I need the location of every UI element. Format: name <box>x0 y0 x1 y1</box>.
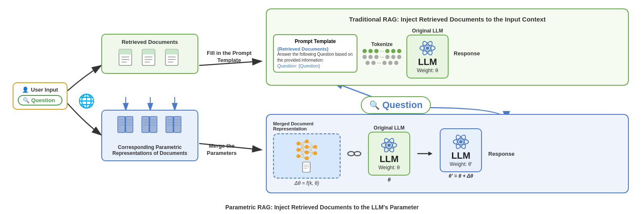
llm-box-bottom: LLM Weight: θ <box>368 132 410 176</box>
person-icon: 👤 <box>22 87 29 93</box>
svg-point-68 <box>305 145 308 149</box>
atom-icon-top <box>419 40 436 57</box>
parametric-rag-container: Merged Document Representation <box>266 114 629 193</box>
token-row-1 <box>363 49 401 53</box>
llm-label-bottom: LLM <box>379 154 398 165</box>
token-dot <box>391 49 395 53</box>
llm-weight-top: Weight: θ <box>417 68 438 73</box>
svg-rect-33 <box>118 116 125 133</box>
svg-line-80 <box>300 152 305 156</box>
llm-label-top: LLM <box>418 57 437 68</box>
tokenize-area: Tokenize <box>363 41 401 65</box>
prompt-retrieved: {Retrieved Documents} <box>277 46 353 51</box>
llm-modified-area: LLM Weight: θ' θ' = θ + Δθ <box>440 128 482 179</box>
traditional-rag-title: Traditional RAG: Inject Retrieved Docume… <box>273 16 622 23</box>
retrieved-docs-label: Retrieved Documents <box>106 39 193 45</box>
prompt-question: Question: {Question} <box>277 63 353 68</box>
llm-weight-bottom: Weight: θ <box>379 165 400 171</box>
svg-point-100 <box>459 140 463 144</box>
small-doc-icon <box>302 162 311 173</box>
question-large-badge: 🔍 Question <box>361 96 431 114</box>
neural-net-icon <box>294 138 319 162</box>
token-dot-gray <box>385 55 390 59</box>
svg-rect-51 <box>166 116 173 133</box>
svg-line-76 <box>300 141 305 150</box>
diagram-container: 👤 User Input 🔍 Question 🌐 Retrieved Docu… <box>0 0 644 214</box>
svg-rect-19 <box>119 49 132 54</box>
svg-point-70 <box>305 157 308 160</box>
token-dot <box>374 49 379 53</box>
token-dot-gray <box>397 55 401 59</box>
svg-point-72 <box>314 152 317 155</box>
response-label-bottom: Response <box>488 151 514 157</box>
token-dot-gray <box>365 61 370 65</box>
token-dot-gray <box>371 61 376 65</box>
svg-point-92 <box>348 152 354 156</box>
svg-rect-42 <box>142 116 149 133</box>
right-arrow-bottom <box>417 147 433 160</box>
tokenize-label: Tokenize <box>371 41 392 47</box>
svg-rect-43 <box>150 116 157 133</box>
token-dot-gray <box>363 55 367 59</box>
original-llm-bottom-label: Original LLM <box>373 125 404 131</box>
response-label-top: Response <box>454 50 480 57</box>
atom-icon-bottom <box>381 137 398 154</box>
retrieved-docs-box: Retrieved Documents <box>101 34 198 74</box>
token-row-2 <box>363 55 401 59</box>
svg-rect-88 <box>303 162 310 172</box>
original-llm-bottom-area: Original LLM LLM Weight: θ θ <box>368 125 410 183</box>
svg-point-71 <box>314 145 317 149</box>
merged-doc-area: Merged Document Representation <box>273 121 341 186</box>
merged-doc-box <box>273 133 341 179</box>
theta-label: θ <box>387 176 390 183</box>
chain-link-icon <box>347 147 362 160</box>
token-dot <box>397 49 401 53</box>
atom-icon-blue <box>452 133 469 150</box>
book-icons-row <box>106 115 193 135</box>
svg-point-69 <box>305 151 308 154</box>
svg-point-64 <box>297 142 300 145</box>
doc-icon-1 <box>118 49 135 69</box>
token-dot-gray <box>391 55 395 59</box>
parametric-rag-title: Parametric RAG: Inject Retrieved Documen… <box>225 204 419 211</box>
token-dot-gray <box>388 61 392 65</box>
token-dot <box>363 49 367 53</box>
token-dot-gray <box>382 61 387 65</box>
svg-line-74 <box>300 144 305 147</box>
theta-prime-formula: θ' = θ + Δθ <box>449 173 473 179</box>
question-badge-small: 🔍 Question <box>18 95 62 106</box>
book-icon-3 <box>165 115 183 135</box>
original-llm-top-area: Original LLM LLM Weight: θ <box>406 28 449 79</box>
prompt-template-box: Prompt Template {Retrieved Documents} An… <box>273 34 357 73</box>
svg-line-82 <box>308 141 314 147</box>
svg-line-87 <box>308 153 314 158</box>
traditional-rag-container: Traditional RAG: Inject Retrieved Docume… <box>266 8 629 86</box>
svg-point-93 <box>354 152 361 156</box>
doc-icon-2 <box>141 49 158 69</box>
token-dot <box>385 49 390 53</box>
question-large-text: Question <box>382 100 422 111</box>
svg-point-66 <box>297 154 300 158</box>
svg-rect-24 <box>142 49 155 54</box>
token-dot-gray <box>374 55 379 59</box>
merge-label: Merge the Parameters <box>207 143 237 157</box>
search-icon-large: 🔍 <box>369 100 380 110</box>
book-icon-1 <box>117 115 135 135</box>
svg-rect-29 <box>165 49 178 54</box>
token-dot <box>368 49 373 53</box>
user-input-label: 👤 User Input <box>18 87 62 93</box>
token-dot-gray <box>394 61 398 65</box>
fill-in-label: Fill in the Prompt Template <box>207 50 252 64</box>
llm-box-blue: LLM Weight: θ' <box>440 128 482 172</box>
svg-point-67 <box>305 140 308 143</box>
doc-icon-3 <box>165 49 181 69</box>
svg-point-65 <box>297 148 300 152</box>
parametric-box: Corresponding Parametric Representations… <box>101 110 198 161</box>
prompt-template-title: Prompt Template <box>277 38 353 44</box>
original-llm-top-label: Original LLM <box>412 28 443 34</box>
book-icon-2 <box>141 115 159 135</box>
parametric-label: Corresponding Parametric Representations… <box>106 138 193 156</box>
llm-box-top: LLM Weight: θ <box>406 35 449 79</box>
svg-rect-52 <box>174 116 181 133</box>
param-inner: Merged Document Representation <box>273 121 622 186</box>
